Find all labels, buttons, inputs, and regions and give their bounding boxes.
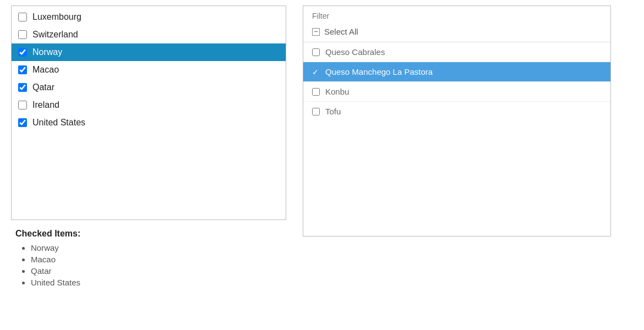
checked-item: United States: [31, 278, 286, 287]
country-checklist-scroll[interactable]: LuxembourgSwitzerlandNorwayMacaoQatarIre…: [12, 6, 286, 219]
right-panel: Filter − Select All Queso Cabrales✓Queso…: [303, 6, 611, 237]
list-item-label: Macao: [32, 65, 59, 75]
filter-item-checkbox[interactable]: [312, 88, 320, 96]
checked-items-section: Checked Items: NorwayMacaoQatarUnited St…: [11, 227, 286, 289]
filter-item[interactable]: Tofu: [303, 102, 610, 121]
select-all-label: Select All: [324, 27, 358, 36]
filter-item[interactable]: Konbu: [303, 82, 610, 102]
list-item-checkbox[interactable]: [18, 101, 27, 109]
filter-item-label: Queso Cabrales: [325, 47, 385, 57]
checkmark-icon: ✓: [312, 68, 319, 76]
list-item[interactable]: Switzerland: [12, 26, 286, 43]
list-item-checkbox[interactable]: [18, 118, 27, 127]
filter-item-label: Tofu: [325, 107, 341, 116]
checked-items-label: Checked Items:: [15, 229, 286, 239]
minus-icon: −: [312, 28, 320, 36]
filter-item[interactable]: ✓Queso Manchego La Pastora: [303, 62, 610, 82]
list-item-label: United States: [32, 118, 85, 128]
list-item-label: Switzerland: [32, 30, 78, 40]
checked-items-list: NorwayMacaoQatarUnited States: [15, 243, 286, 287]
filter-item-label: Konbu: [325, 87, 349, 96]
list-item[interactable]: Macao: [12, 61, 286, 79]
list-item[interactable]: Luxembourg: [12, 8, 286, 26]
filter-item-checkbox[interactable]: [312, 48, 320, 56]
left-panel: LuxembourgSwitzerlandNorwayMacaoQatarIre…: [11, 6, 286, 289]
list-item[interactable]: Ireland: [12, 96, 286, 114]
checked-item: Qatar: [31, 266, 286, 276]
filter-item-checkbox[interactable]: [312, 108, 320, 116]
filter-item[interactable]: Queso Cabrales: [303, 42, 610, 62]
list-item-checkbox[interactable]: [18, 48, 27, 57]
list-item-label: Qatar: [32, 82, 54, 92]
filter-item-label: Queso Manchego La Pastora: [325, 67, 433, 76]
country-checklist-box: LuxembourgSwitzerlandNorwayMacaoQatarIre…: [11, 6, 286, 220]
filter-box: Filter − Select All Queso Cabrales✓Queso…: [303, 6, 611, 237]
select-all-row[interactable]: − Select All: [303, 24, 610, 42]
list-item-label: Ireland: [32, 100, 59, 110]
filter-header: Filter: [303, 6, 610, 24]
filter-scroll-area[interactable]: Queso Cabrales✓Queso Manchego La Pastora…: [303, 42, 610, 236]
list-item-checkbox[interactable]: [18, 83, 27, 92]
list-item-label: Norway: [32, 47, 62, 57]
list-item-label: Luxembourg: [32, 12, 81, 22]
list-item-checkbox[interactable]: [18, 13, 27, 21]
checked-item: Norway: [31, 243, 286, 252]
checked-item: Macao: [31, 255, 286, 264]
list-item[interactable]: Norway: [12, 43, 286, 61]
list-item[interactable]: Qatar: [12, 79, 286, 96]
list-item-checkbox[interactable]: [18, 65, 27, 74]
list-item-checkbox[interactable]: [18, 30, 27, 39]
list-item[interactable]: United States: [12, 114, 286, 131]
